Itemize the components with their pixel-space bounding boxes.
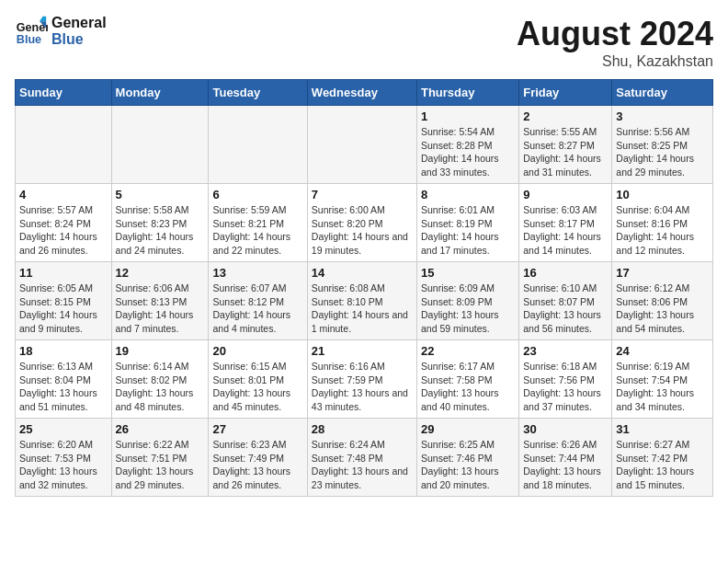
day-number: 9 [523, 188, 608, 201]
day-number: 4 [19, 188, 108, 201]
day-info: Sunrise: 6:20 AMSunset: 7:53 PMDaylight:… [19, 438, 108, 492]
day-number: 2 [523, 109, 608, 123]
day-info: Sunrise: 5:55 AMSunset: 8:27 PMDaylight:… [523, 125, 608, 179]
day-number: 6 [212, 188, 302, 201]
calendar-cell [307, 106, 416, 184]
weekday-tuesday: Tuesday [209, 80, 307, 106]
day-number: 5 [116, 188, 205, 201]
day-number: 12 [116, 266, 205, 280]
page-header: General Blue General Blue August 2024 Sh… [15, 15, 713, 70]
calendar-cell: 30Sunrise: 6:26 AMSunset: 7:44 PMDayligh… [519, 419, 612, 497]
day-info: Sunrise: 6:16 AMSunset: 7:59 PMDaylight:… [312, 360, 413, 414]
svg-marker-3 [40, 17, 46, 21]
day-info: Sunrise: 6:23 AMSunset: 7:49 PMDaylight:… [212, 438, 302, 492]
calendar-cell: 12Sunrise: 6:06 AMSunset: 8:13 PMDayligh… [111, 262, 209, 340]
svg-text:Blue: Blue [17, 33, 41, 46]
calendar-cell: 21Sunrise: 6:16 AMSunset: 7:59 PMDayligh… [307, 340, 416, 419]
calendar-cell [16, 106, 112, 184]
day-number: 28 [312, 422, 413, 436]
calendar-cell: 29Sunrise: 6:25 AMSunset: 7:46 PMDayligh… [416, 419, 518, 497]
day-number: 15 [421, 266, 515, 280]
calendar-cell: 27Sunrise: 6:23 AMSunset: 7:49 PMDayligh… [209, 419, 307, 497]
calendar-cell: 17Sunrise: 6:12 AMSunset: 8:06 PMDayligh… [612, 262, 713, 340]
logo-icon: General Blue [15, 15, 48, 48]
day-info: Sunrise: 6:15 AMSunset: 8:01 PMDaylight:… [212, 360, 302, 414]
day-info: Sunrise: 6:25 AMSunset: 7:46 PMDaylight:… [421, 438, 515, 492]
day-info: Sunrise: 5:56 AMSunset: 8:25 PMDaylight:… [616, 125, 709, 179]
day-number: 1 [421, 109, 515, 123]
calendar-cell: 22Sunrise: 6:17 AMSunset: 7:58 PMDayligh… [416, 340, 518, 419]
day-number: 29 [421, 422, 515, 436]
calendar-cell: 16Sunrise: 6:10 AMSunset: 8:07 PMDayligh… [519, 262, 612, 340]
day-info: Sunrise: 6:17 AMSunset: 7:58 PMDaylight:… [421, 360, 515, 414]
calendar-table: SundayMondayTuesdayWednesdayThursdayFrid… [15, 79, 713, 497]
week-row-5: 25Sunrise: 6:20 AMSunset: 7:53 PMDayligh… [16, 419, 713, 497]
day-number: 26 [116, 422, 205, 436]
day-number: 11 [19, 266, 108, 280]
day-info: Sunrise: 6:22 AMSunset: 7:51 PMDaylight:… [116, 438, 205, 492]
day-number: 7 [312, 188, 413, 201]
day-info: Sunrise: 6:00 AMSunset: 8:20 PMDaylight:… [312, 203, 413, 258]
day-info: Sunrise: 6:13 AMSunset: 8:04 PMDaylight:… [19, 360, 108, 414]
week-row-1: 1Sunrise: 5:54 AMSunset: 8:28 PMDaylight… [16, 106, 713, 184]
day-number: 24 [616, 344, 709, 358]
title-block: August 2024 Shu, Kazakhstan [517, 15, 713, 70]
calendar-cell: 4Sunrise: 5:57 AMSunset: 8:24 PMDaylight… [16, 184, 112, 262]
calendar-header: SundayMondayTuesdayWednesdayThursdayFrid… [16, 80, 713, 106]
day-info: Sunrise: 6:06 AMSunset: 8:13 PMDaylight:… [116, 282, 205, 336]
day-info: Sunrise: 5:59 AMSunset: 8:21 PMDaylight:… [212, 203, 302, 258]
weekday-sunday: Sunday [16, 80, 112, 106]
day-number: 8 [421, 188, 515, 201]
location: Shu, Kazakhstan [517, 53, 713, 70]
day-info: Sunrise: 6:08 AMSunset: 8:10 PMDaylight:… [312, 282, 413, 336]
day-number: 19 [116, 344, 205, 358]
day-number: 20 [212, 344, 302, 358]
calendar-cell: 23Sunrise: 6:18 AMSunset: 7:56 PMDayligh… [519, 340, 612, 419]
day-number: 14 [312, 266, 413, 280]
day-number: 22 [421, 344, 515, 358]
calendar-cell: 5Sunrise: 5:58 AMSunset: 8:23 PMDaylight… [111, 184, 209, 262]
day-number: 16 [523, 266, 608, 280]
logo-general: General [51, 15, 107, 31]
calendar-cell: 9Sunrise: 6:03 AMSunset: 8:17 PMDaylight… [519, 184, 612, 262]
calendar-body: 1Sunrise: 5:54 AMSunset: 8:28 PMDaylight… [16, 106, 713, 497]
calendar-cell: 20Sunrise: 6:15 AMSunset: 8:01 PMDayligh… [209, 340, 307, 419]
logo-blue: Blue [51, 31, 107, 48]
calendar-cell: 11Sunrise: 6:05 AMSunset: 8:15 PMDayligh… [16, 262, 112, 340]
day-info: Sunrise: 6:01 AMSunset: 8:19 PMDaylight:… [421, 203, 515, 258]
day-info: Sunrise: 6:05 AMSunset: 8:15 PMDaylight:… [19, 282, 108, 336]
calendar-cell [111, 106, 209, 184]
day-number: 13 [212, 266, 302, 280]
weekday-saturday: Saturday [612, 80, 713, 106]
day-info: Sunrise: 6:19 AMSunset: 7:54 PMDaylight:… [616, 360, 709, 414]
calendar-cell: 2Sunrise: 5:55 AMSunset: 8:27 PMDaylight… [519, 106, 612, 184]
logo: General Blue General Blue [15, 15, 107, 48]
week-row-4: 18Sunrise: 6:13 AMSunset: 8:04 PMDayligh… [16, 340, 713, 419]
calendar-cell: 25Sunrise: 6:20 AMSunset: 7:53 PMDayligh… [16, 419, 112, 497]
calendar-cell: 13Sunrise: 6:07 AMSunset: 8:12 PMDayligh… [209, 262, 307, 340]
day-info: Sunrise: 6:18 AMSunset: 7:56 PMDaylight:… [523, 360, 608, 414]
calendar-cell: 14Sunrise: 6:08 AMSunset: 8:10 PMDayligh… [307, 262, 416, 340]
day-info: Sunrise: 6:10 AMSunset: 8:07 PMDaylight:… [523, 282, 608, 336]
calendar-cell: 24Sunrise: 6:19 AMSunset: 7:54 PMDayligh… [612, 340, 713, 419]
calendar-cell [209, 106, 307, 184]
calendar-cell: 7Sunrise: 6:00 AMSunset: 8:20 PMDaylight… [307, 184, 416, 262]
day-info: Sunrise: 6:12 AMSunset: 8:06 PMDaylight:… [616, 282, 709, 336]
weekday-wednesday: Wednesday [307, 80, 416, 106]
calendar-cell: 31Sunrise: 6:27 AMSunset: 7:42 PMDayligh… [612, 419, 713, 497]
day-info: Sunrise: 6:24 AMSunset: 7:48 PMDaylight:… [312, 438, 413, 492]
day-number: 23 [523, 344, 608, 358]
calendar-cell: 26Sunrise: 6:22 AMSunset: 7:51 PMDayligh… [111, 419, 209, 497]
weekday-thursday: Thursday [416, 80, 518, 106]
day-info: Sunrise: 6:09 AMSunset: 8:09 PMDaylight:… [421, 282, 515, 336]
day-number: 3 [616, 109, 709, 123]
day-number: 30 [523, 422, 608, 436]
calendar-cell: 3Sunrise: 5:56 AMSunset: 8:25 PMDaylight… [612, 106, 713, 184]
calendar-cell: 6Sunrise: 5:59 AMSunset: 8:21 PMDaylight… [209, 184, 307, 262]
day-info: Sunrise: 6:03 AMSunset: 8:17 PMDaylight:… [523, 203, 608, 258]
calendar-cell: 19Sunrise: 6:14 AMSunset: 8:02 PMDayligh… [111, 340, 209, 419]
day-info: Sunrise: 5:58 AMSunset: 8:23 PMDaylight:… [116, 203, 205, 258]
day-info: Sunrise: 5:54 AMSunset: 8:28 PMDaylight:… [421, 125, 515, 179]
day-number: 21 [312, 344, 413, 358]
day-info: Sunrise: 6:04 AMSunset: 8:16 PMDaylight:… [616, 203, 709, 258]
